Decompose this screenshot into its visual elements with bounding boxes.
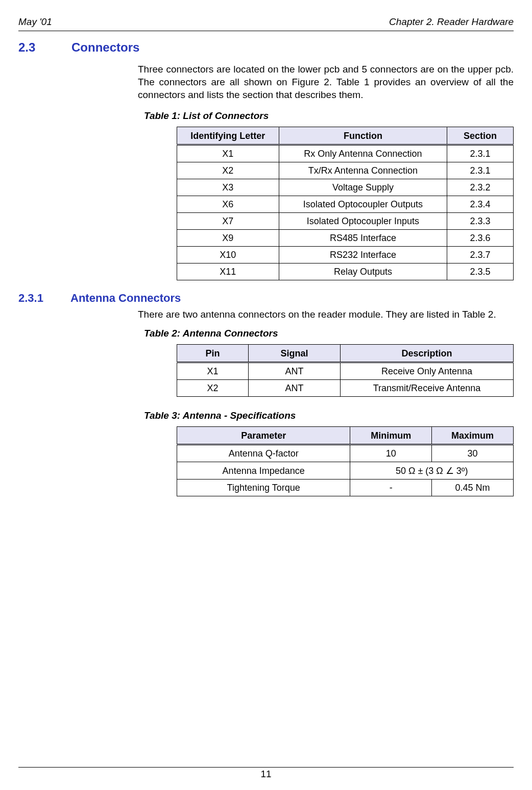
section-number: 2.3 (18, 40, 42, 55)
table1-caption: Table 1: List of Connectors (144, 110, 514, 122)
header-rule (18, 31, 514, 31)
table-cell: 2.3.5 (447, 264, 514, 280)
footer-rule (18, 767, 514, 768)
table-cell: X10 (177, 247, 279, 264)
table-row: X3Voltage Supply2.3.2 (177, 179, 514, 196)
table-cell: X7 (177, 213, 279, 230)
table-row: X10RS232 Interface2.3.7 (177, 247, 514, 264)
header-right: Chapter 2. Reader Hardware (389, 16, 514, 28)
table-row: X6Isolated Optocoupler Outputs2.3.4 (177, 196, 514, 213)
table-cell: - (350, 480, 432, 496)
table-cell: Voltage Supply (279, 179, 447, 196)
table-cell: 2.3.2 (447, 179, 514, 196)
table-cell: Rx Only Antenna Connection (279, 145, 447, 162)
table-cell: RS485 Interface (279, 230, 447, 247)
subsection-title: Antenna Connectors (70, 292, 181, 305)
table-antenna-connectors: Pin Signal Description X1ANTReceive Only… (177, 344, 514, 397)
table-cell: Receive Only Antenna (341, 363, 514, 380)
table-cell: RS232 Interface (279, 247, 447, 264)
table-cell: Antenna Impedance (177, 462, 350, 480)
table-cell: Relay Outputs (279, 264, 447, 280)
table1-header-0: Identifying Letter (177, 127, 279, 145)
table-antenna-specs: Parameter Minimum Maximum Antenna Q-fact… (177, 426, 514, 496)
table-cell: X11 (177, 264, 279, 280)
table1-header-1: Function (279, 127, 447, 145)
table-cell: X3 (177, 179, 279, 196)
table-row: X7Isolated Optocoupler Inputs2.3.3 (177, 213, 514, 230)
header-left: May '01 (18, 16, 52, 28)
table-row: X1Rx Only Antenna Connection2.3.1 (177, 145, 514, 162)
table-cell: ANT (249, 363, 341, 380)
table-cell: Transmit/Receive Antenna (341, 380, 514, 397)
table-cell: Tightening Torque (177, 480, 350, 496)
table-row: X2ANTTransmit/Receive Antenna (177, 380, 514, 397)
table1-header-2: Section (447, 127, 514, 145)
section-intro: Three connectors are located on the lowe… (138, 63, 514, 101)
table-cell: 2.3.1 (447, 162, 514, 179)
table-cell: ANT (249, 380, 341, 397)
table-cell: Isolated Optocoupler Outputs (279, 196, 447, 213)
table-row: X11Relay Outputs2.3.5 (177, 264, 514, 280)
table-row: Antenna Impedance50 Ω ± (3 Ω ∠ 3º) (177, 462, 514, 480)
table-cell: X9 (177, 230, 279, 247)
page-number: 11 (18, 769, 514, 780)
table-row: Antenna Q-factor1030 (177, 445, 514, 462)
table-connectors: Identifying Letter Function Section X1Rx… (177, 127, 514, 280)
table-cell: X1 (177, 145, 279, 162)
table2-header-1: Signal (249, 345, 341, 363)
table-cell: X1 (177, 363, 249, 380)
table3-header-0: Parameter (177, 427, 350, 445)
table3-caption: Table 3: Antenna - Specifications (144, 410, 514, 421)
table-cell: 10 (350, 445, 432, 462)
table-cell: 0.45 Nm (432, 480, 514, 496)
table2-header-0: Pin (177, 345, 249, 363)
table-cell: 50 Ω ± (3 Ω ∠ 3º) (350, 462, 514, 480)
table-cell: X2 (177, 162, 279, 179)
table-cell: X6 (177, 196, 279, 213)
table-cell: 2.3.7 (447, 247, 514, 264)
table-row: X2Tx/Rx Antenna Connection2.3.1 (177, 162, 514, 179)
table-cell: 2.3.1 (447, 145, 514, 162)
table-cell: 2.3.4 (447, 196, 514, 213)
table-row: X1ANTReceive Only Antenna (177, 363, 514, 380)
subsection-intro: There are two antenna connectors on the … (138, 308, 514, 321)
table2-caption: Table 2: Antenna Connectors (144, 328, 514, 339)
section-title: Connectors (71, 40, 139, 55)
table-row: X9RS485 Interface2.3.6 (177, 230, 514, 247)
subsection-number: 2.3.1 (18, 292, 47, 305)
table-cell: 2.3.3 (447, 213, 514, 230)
table-row: Tightening Torque-0.45 Nm (177, 480, 514, 496)
table-cell: X2 (177, 380, 249, 397)
table-cell: Tx/Rx Antenna Connection (279, 162, 447, 179)
table-cell: 2.3.6 (447, 230, 514, 247)
table-cell: Antenna Q-factor (177, 445, 350, 462)
table2-header-2: Description (341, 345, 514, 363)
table3-header-2: Maximum (432, 427, 514, 445)
table-cell: Isolated Optocoupler Inputs (279, 213, 447, 230)
table-cell: 30 (432, 445, 514, 462)
table3-header-1: Minimum (350, 427, 432, 445)
